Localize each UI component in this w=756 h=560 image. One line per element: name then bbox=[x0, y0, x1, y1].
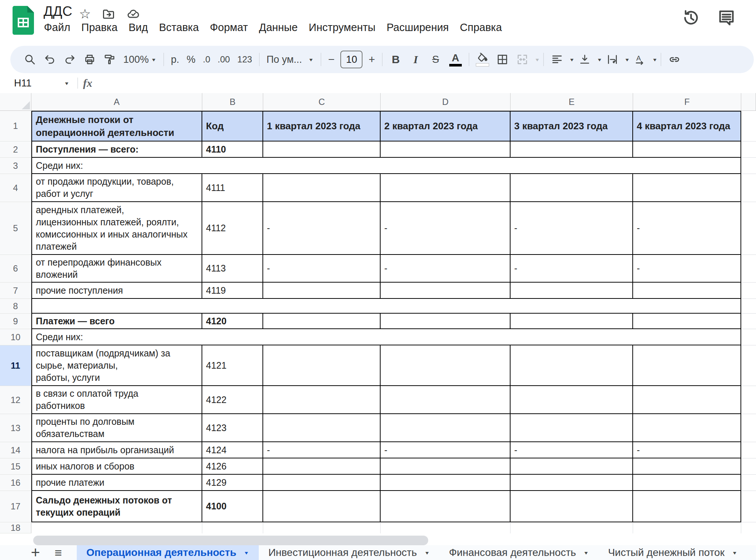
value-cell[interactable] bbox=[263, 174, 381, 202]
value-cell[interactable] bbox=[633, 458, 741, 475]
column-header-B[interactable]: B bbox=[202, 93, 263, 111]
value-cell[interactable] bbox=[511, 386, 633, 414]
value-cell[interactable]: - bbox=[381, 202, 511, 255]
more-formats-button[interactable]: 123 bbox=[234, 49, 256, 70]
code-cell[interactable]: 4122 bbox=[202, 386, 263, 414]
value-cell[interactable] bbox=[633, 414, 741, 442]
span-cell[interactable]: Среди них: bbox=[31, 158, 741, 174]
label-cell[interactable]: налога на прибыль организаций bbox=[31, 442, 202, 458]
off-grid-cell[interactable] bbox=[741, 442, 756, 458]
value-cell[interactable]: - bbox=[633, 442, 741, 458]
label-cell[interactable]: прочие поступления bbox=[31, 283, 202, 299]
span-cell[interactable]: Среди них: bbox=[31, 329, 741, 345]
cell[interactable] bbox=[202, 522, 263, 533]
value-cell[interactable] bbox=[263, 458, 381, 475]
row-header-15[interactable]: 15 bbox=[0, 458, 31, 475]
row-header-9[interactable]: 9 bbox=[0, 314, 31, 329]
tab-investing-activity[interactable]: Инвестиционная деятельность▼ bbox=[259, 545, 439, 560]
menu-edit[interactable]: Правка bbox=[76, 20, 123, 35]
print-icon[interactable] bbox=[80, 49, 100, 70]
value-cell[interactable] bbox=[263, 314, 381, 329]
menu-data[interactable]: Данные bbox=[254, 20, 303, 35]
tab-net-cash-flow[interactable]: Чистый денежный поток▼ bbox=[598, 545, 747, 560]
value-cell[interactable] bbox=[633, 283, 741, 299]
row-header-3[interactable]: 3 bbox=[0, 158, 31, 174]
label-cell[interactable]: от перепродажи финансовых вложений bbox=[31, 255, 202, 283]
label-cell[interactable]: от продажи продукции, товаров, работ и у… bbox=[31, 174, 202, 202]
header-cell[interactable]: 2 квартал 2023 года bbox=[381, 111, 511, 141]
cell[interactable] bbox=[511, 522, 633, 533]
menu-insert[interactable]: Вставка bbox=[154, 20, 205, 35]
text-rotation-caret[interactable]: ▼ bbox=[652, 57, 657, 62]
header-cell[interactable]: Денежные потоки от операционной деятельн… bbox=[31, 111, 202, 141]
column-header-D[interactable]: D bbox=[381, 93, 511, 111]
increase-decimals-button[interactable]: .00 bbox=[214, 49, 233, 70]
value-cell[interactable] bbox=[263, 386, 381, 414]
row-header-10[interactable]: 10 bbox=[0, 329, 31, 345]
row-header-2[interactable]: 2 bbox=[0, 141, 31, 158]
column-header-E[interactable]: E bbox=[511, 93, 633, 111]
comments-icon[interactable] bbox=[717, 8, 736, 29]
star-icon[interactable]: ☆ bbox=[79, 7, 91, 21]
column-header-partial[interactable] bbox=[741, 93, 756, 111]
document-title[interactable]: ДДС bbox=[44, 4, 72, 19]
menu-file[interactable]: Файл bbox=[38, 20, 76, 35]
horizontal-align-caret[interactable]: ▼ bbox=[569, 57, 575, 62]
value-cell[interactable] bbox=[633, 386, 741, 414]
borders-button[interactable] bbox=[492, 49, 512, 70]
zoom-select[interactable]: 100%▼ bbox=[120, 49, 160, 70]
label-cell[interactable]: поставщикам (подрядчикам) за сырье, мате… bbox=[31, 345, 202, 386]
value-cell[interactable] bbox=[511, 345, 633, 386]
header-cell[interactable]: 3 квартал 2023 года bbox=[511, 111, 633, 141]
vertical-align-button[interactable] bbox=[575, 49, 595, 70]
value-cell[interactable]: - bbox=[263, 255, 381, 283]
row-header-1[interactable]: 1 bbox=[0, 111, 31, 141]
label-cell[interactable]: Платежи — всего bbox=[31, 314, 202, 329]
horizontal-scrollbar-thumb[interactable] bbox=[33, 536, 428, 545]
code-cell[interactable]: 4124 bbox=[202, 442, 263, 458]
increase-font-size-button[interactable]: + bbox=[365, 49, 379, 70]
value-cell[interactable] bbox=[633, 475, 741, 491]
label-cell[interactable]: арендных платежей, лицензионных платежей… bbox=[31, 202, 202, 255]
row-header-4[interactable]: 4 bbox=[0, 174, 31, 202]
value-cell[interactable]: - bbox=[633, 202, 741, 255]
value-cell[interactable] bbox=[633, 141, 741, 158]
font-size-input[interactable]: 10 bbox=[340, 51, 362, 68]
value-cell[interactable] bbox=[263, 141, 381, 158]
currency-format-button[interactable]: p. bbox=[167, 49, 183, 70]
insert-link-icon[interactable] bbox=[664, 49, 684, 70]
off-grid-cell[interactable] bbox=[741, 414, 756, 442]
redo-icon[interactable] bbox=[60, 49, 80, 70]
off-grid-cell[interactable] bbox=[741, 299, 756, 314]
merge-cells-button[interactable] bbox=[512, 49, 532, 70]
code-cell[interactable]: 4129 bbox=[202, 475, 263, 491]
value-cell[interactable] bbox=[381, 174, 511, 202]
value-cell[interactable] bbox=[263, 345, 381, 386]
off-grid-cell[interactable] bbox=[741, 314, 756, 329]
label-cell[interactable]: прочие платежи bbox=[31, 475, 202, 491]
value-cell[interactable] bbox=[381, 141, 511, 158]
move-folder-icon[interactable] bbox=[102, 7, 115, 21]
off-grid-cell[interactable] bbox=[741, 158, 756, 174]
off-grid-cell[interactable] bbox=[741, 111, 756, 141]
off-grid-cell[interactable] bbox=[741, 458, 756, 475]
cloud-saved-icon[interactable] bbox=[126, 7, 140, 21]
formula-input[interactable] bbox=[92, 73, 756, 93]
value-cell[interactable] bbox=[511, 174, 633, 202]
value-cell[interactable] bbox=[511, 314, 633, 329]
value-cell[interactable] bbox=[511, 283, 633, 299]
menu-view[interactable]: Вид bbox=[123, 20, 153, 35]
value-cell[interactable] bbox=[381, 345, 511, 386]
value-cell[interactable] bbox=[381, 491, 511, 522]
code-cell[interactable]: 4121 bbox=[202, 345, 263, 386]
percent-format-button[interactable]: % bbox=[183, 49, 199, 70]
value-cell[interactable]: - bbox=[511, 255, 633, 283]
label-cell[interactable]: проценты по долговым обязательствам bbox=[31, 414, 202, 442]
header-cell[interactable]: Код bbox=[202, 111, 263, 141]
column-header-F[interactable]: F bbox=[633, 93, 741, 111]
label-cell[interactable]: иных налогов и сборов bbox=[31, 458, 202, 475]
text-color-button[interactable]: A bbox=[446, 49, 465, 70]
cell[interactable] bbox=[633, 522, 741, 533]
value-cell[interactable] bbox=[633, 491, 741, 522]
off-grid-cell[interactable] bbox=[741, 283, 756, 299]
